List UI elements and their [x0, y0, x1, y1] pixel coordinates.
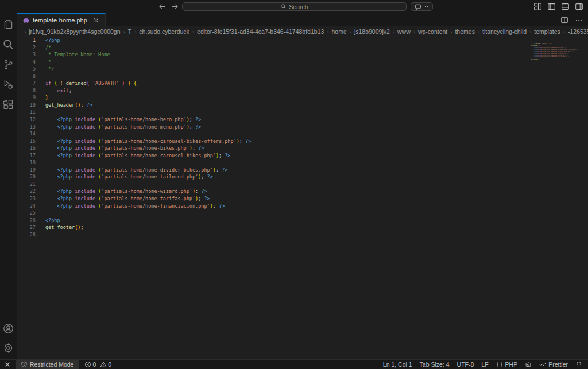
code-line-3[interactable]: 3 * Template Name: Home [17, 51, 588, 59]
code-line-1[interactable]: 1<?php [17, 37, 588, 44]
breadcrumb-item[interactable]: T [128, 28, 131, 35]
tab-template-home-php[interactable]: template-home.php [17, 13, 106, 26]
breadcrumb-item[interactable]: wp-content [418, 28, 447, 35]
code-line-6[interactable]: 6 [17, 73, 588, 80]
split-editor-icon[interactable] [560, 16, 568, 24]
breadcrumb: ›jr1fvq_91kb2x8pyynth4sgc0000gn›T›ch.sud… [17, 26, 588, 37]
status-language-status[interactable] [522, 360, 535, 369]
code-line-19[interactable]: 19 <?php include ('partials-home/home-di… [17, 166, 588, 174]
robot-icon [525, 361, 532, 368]
error-count: 0 [92, 361, 96, 368]
activity-item-search[interactable] [2, 38, 15, 51]
nav-forward-icon[interactable] [171, 3, 179, 10]
ellipsis-icon[interactable] [575, 16, 583, 24]
code-line-18[interactable]: 18 [17, 159, 588, 166]
layout-sidebar-right-icon[interactable] [575, 2, 583, 11]
code-line-17[interactable]: 17 <?php include ('partials-home/home-ca… [17, 152, 588, 160]
breadcrumb-item[interactable]: editor-8fe15f31-ad34-4ca7-b346-41748bfd1… [197, 28, 324, 35]
status-encoding[interactable]: UTF-8 [454, 360, 477, 369]
nav-back-icon[interactable] [158, 3, 166, 10]
code-line-20[interactable]: 20 <?php include ('partials-home/home-ta… [17, 173, 588, 181]
status-formatter-label: Prettier [548, 361, 568, 368]
line-number: 24 [17, 203, 45, 210]
chevron-right-icon: › [529, 29, 531, 35]
code-line-24[interactable]: 24 <?php include ('partials-home/home-fi… [17, 203, 588, 210]
code-line-10[interactable]: 10get_header(); ?> [17, 102, 588, 109]
tab-close-icon[interactable] [92, 17, 100, 24]
code-line-23[interactable]: 23 <?php include ('partials-home/home-ta… [17, 195, 588, 203]
line-number: 4 [17, 59, 45, 66]
breadcrumb-item[interactable]: -1265359756 [568, 28, 588, 35]
chevron-right-icon: › [134, 29, 136, 35]
files-icon [2, 18, 14, 30]
code-line-11[interactable]: 11 [17, 108, 588, 116]
breadcrumb-item[interactable]: ch.sudo.cyberduck [139, 28, 189, 35]
remote-icon [4, 361, 11, 368]
code-line-26[interactable]: 26<?php [17, 217, 588, 224]
layout-panel-icon[interactable] [561, 2, 570, 11]
status-formatter[interactable]: Prettier [536, 360, 571, 369]
chevron-right-icon: › [350, 29, 351, 35]
code-line-2[interactable]: 2/* [17, 44, 588, 52]
breadcrumb-item[interactable]: themes [455, 28, 474, 35]
status-notifications[interactable] [572, 360, 585, 369]
line-number: 14 [17, 130, 45, 138]
chevron-right-icon: › [123, 29, 125, 35]
settings-gear-icon [2, 342, 14, 354]
line-number: 12 [17, 116, 45, 123]
activity-item-settings[interactable] [2, 341, 15, 354]
remote-indicator[interactable] [0, 360, 14, 369]
code-line-15[interactable]: 15 <?php include ('partials-home/home-ca… [17, 138, 588, 145]
code-line-27[interactable]: 27get_footer(); [17, 224, 588, 231]
code-line-13[interactable]: 13 <?php include ('partials-home/home-me… [17, 123, 588, 131]
code-line-28[interactable]: 28 [17, 231, 588, 239]
status-eol[interactable]: LF [478, 360, 491, 369]
code-line-7[interactable]: 7if ( ! defined( 'ABSPATH' ) ) { [17, 80, 588, 87]
code-line-8[interactable]: 8 exit; [17, 87, 588, 95]
line-number: 13 [17, 123, 45, 131]
line-number: 1 [17, 37, 45, 44]
restricted-mode-badge[interactable]: Restricted Mode [16, 360, 79, 369]
layout-sidebar-left-icon[interactable] [547, 2, 556, 11]
code-line-9[interactable]: 9} [17, 94, 588, 102]
customize-layout-icon[interactable] [533, 2, 542, 11]
code-line-14[interactable]: 14 [17, 130, 588, 138]
code-line-4[interactable]: 4 * [17, 59, 588, 66]
code-line-16[interactable]: 16 <?php include ('partials-home/home-bi… [17, 145, 588, 152]
code-line-22[interactable]: 22 <?php include ('partials-home/home-wi… [17, 188, 588, 195]
code-line-5[interactable]: 5 */ [17, 65, 588, 73]
activity-item-explorer[interactable] [2, 18, 15, 30]
minimap[interactable]: <?php/* * Template Name: Home * */if ( !… [531, 38, 581, 61]
breadcrumb-item[interactable]: home [331, 28, 346, 35]
breadcrumb-item[interactable]: jr1fvq_91kb2x8pyynth4sgc0000gn [29, 28, 120, 35]
breadcrumb-item[interactable]: titancycling-child [482, 28, 527, 35]
run-debug-icon [2, 79, 14, 91]
command-center-search[interactable]: Search [182, 2, 407, 11]
copilot-menu-button[interactable] [411, 2, 433, 11]
breadcrumb-item[interactable]: www [397, 28, 411, 35]
chevron-right-icon: › [24, 29, 26, 35]
status-bar: Restricted Mode 0 0 Ln 1, Col 1Tab Size:… [0, 359, 588, 369]
code-line-21[interactable]: 21 [17, 181, 588, 188]
status-cursor-position[interactable]: Ln 1, Col 1 [380, 360, 415, 369]
status-tab-size[interactable]: Tab Size: 4 [417, 360, 452, 369]
chevron-right-icon: › [192, 29, 194, 35]
activity-item-extensions[interactable] [2, 98, 15, 111]
copilot-chat-icon [415, 3, 421, 10]
status-language-mode[interactable]: PHP [493, 360, 521, 369]
breadcrumb-item[interactable]: js18b9009jv2 [354, 28, 390, 35]
problems-indicator[interactable]: 0 0 [79, 360, 114, 369]
chevron-right-icon: › [478, 29, 479, 35]
line-number: 9 [17, 94, 45, 102]
code-line-25[interactable]: 25 [17, 209, 588, 217]
line-number: 28 [17, 231, 45, 239]
bell-icon [575, 361, 582, 368]
line-number: 21 [17, 181, 45, 188]
code-line-12[interactable]: 12 <?php include ('partials-home/home-he… [17, 116, 588, 123]
breadcrumb-item[interactable]: templates [534, 28, 560, 35]
activity-item-account[interactable] [2, 322, 15, 335]
line-number: 16 [17, 145, 45, 152]
activity-item-source-control[interactable] [2, 58, 15, 71]
activity-item-run-debug[interactable] [2, 78, 15, 91]
code-editor[interactable]: 1<?php2/*3 * Template Name: Home4 *5 */6… [17, 37, 588, 359]
